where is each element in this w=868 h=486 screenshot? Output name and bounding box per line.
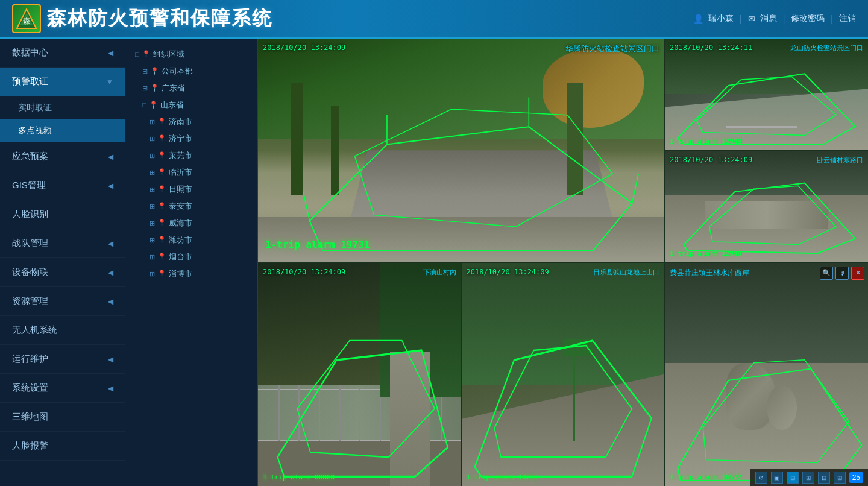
sidebar-item-gis[interactable]: GIS管理 ◀ (0, 171, 125, 200)
sidebar-label-face-alarm: 人脸报警 (12, 440, 48, 452)
sidebar-item-device[interactable]: 设备物联 ◀ (0, 258, 125, 287)
bottom-mid-cell[interactable]: 2018/10/20 13:24:09 日乐县弧山龙地上山口 1-trip al… (462, 263, 665, 487)
username[interactable]: 瑞小森 (708, 13, 734, 24)
layout-2-btn[interactable]: ⊟ (787, 472, 799, 484)
right-top-cell[interactable]: 2018/10/20 13:24:11 龙山防火检查站景区门口 1-trip a… (665, 39, 868, 150)
bottom-left-cell[interactable]: 2018/10/20 13:24:09 下演山村内 1-trip alarm 0… (258, 263, 461, 487)
right-top-alarm: 1-trip alarm 12940 (670, 137, 741, 145)
tree-panel: □ 📍 组织区域 ⊞ 📍 公司本部 ⊞ 📍 广东省 □ 📍 山东省 ⊞ (125, 39, 258, 486)
layout-1-btn[interactable]: ▣ (771, 472, 783, 484)
logout-link[interactable]: 注销 (839, 13, 856, 24)
zoom-in-btn[interactable]: 🔍 (820, 267, 833, 280)
change-pwd-link[interactable]: 修改密码 (791, 13, 825, 24)
user-icon: 👤 (693, 14, 703, 24)
arrow-icon-emergency: ◀ (108, 153, 113, 161)
right-top-label: 龙山防火检查站景区门口 (790, 43, 863, 52)
tree-rizhao[interactable]: ⊞ 📍 日照市 (125, 181, 257, 198)
sidebar-sub-label-realtime: 实时取证 (18, 103, 52, 113)
tree-guangdong[interactable]: ⊞ 📍 广东省 (125, 80, 257, 96)
tree-jining[interactable]: ⊞ 📍 济宁市 (125, 130, 257, 147)
svg-marker-9 (278, 350, 448, 476)
tree-yantai[interactable]: ⊞ 📍 烟台市 (125, 248, 257, 265)
sidebar-label-alert-collect: 预警取证 (12, 76, 48, 87)
main-label: 华腾防火站检查站景区门口 (565, 43, 659, 54)
sidebar-label-resource: 资源管理 (12, 295, 48, 307)
right-bottom-alarm: 1-trip alarm 16572 (670, 473, 741, 481)
sidebar-item-3dmap[interactable]: 三维地图 (0, 403, 125, 432)
refresh-btn[interactable]: ↺ (755, 472, 767, 484)
tree-root[interactable]: □ 📍 组织区域 (125, 46, 257, 63)
tree-jinan[interactable]: ⊞ 📍 济南市 (125, 113, 257, 130)
tree-laiwu[interactable]: ⊞ 📍 莱芜市 (125, 147, 257, 164)
sidebar-item-resource[interactable]: 资源管理 ◀ (0, 287, 125, 316)
right-mid-top-label: 卧云铺村东路口 (817, 156, 863, 165)
sidebar-item-team[interactable]: 战队管理 ◀ (0, 229, 125, 258)
svg-text:森: 森 (23, 17, 30, 25)
sidebar-label-team: 战队管理 (12, 238, 48, 249)
sidebar-sub-label-multi-video: 多点视频 (18, 125, 52, 136)
bottom-left-label: 下演山村内 (423, 268, 456, 277)
sidebar-item-data-center[interactable]: 数据中心 ◀ (0, 39, 125, 68)
main-alarm: 1-trip alarm 19731 (265, 239, 370, 250)
sidebar-sub-multi-video[interactable]: 多点视频 (0, 119, 125, 142)
close-cam-btn[interactable]: ✕ (851, 267, 864, 280)
right-top-timestamp: 2018/10/20 13:24:11 (670, 43, 752, 52)
bottom-left-alarm: 1-trip alarm 08868 (263, 473, 335, 481)
sidebar: 数据中心 ◀ 预警取证 ▼ 实时取证 多点视频 应急预案 ◀ GIS管理 ◀ 人… (0, 39, 125, 486)
content-area: □ 📍 组织区域 ⊞ 📍 公司本部 ⊞ 📍 广东省 □ 📍 山东省 ⊞ (125, 39, 868, 486)
svg-marker-15 (684, 183, 855, 253)
layout-5-btn[interactable]: ⊞ (834, 472, 846, 484)
right-mid-top-alarm: 1-trip alarm 12940 (670, 250, 741, 257)
tree-company[interactable]: ⊞ 📍 公司本部 (125, 63, 257, 80)
sidebar-label-3dmap: 三维地图 (12, 411, 48, 423)
tree-weihai[interactable]: ⊞ 📍 威海市 (125, 215, 257, 232)
tree-taian[interactable]: ⊞ 📍 泰安市 (125, 198, 257, 215)
svg-marker-10 (297, 340, 435, 456)
sidebar-label-face-id: 人脸识别 (12, 209, 48, 220)
mic-btn[interactable]: 🎙 (835, 267, 849, 280)
main-video-cell[interactable]: 2018/10/20 13:24:09 华腾防火站检查站景区门口 1-trip … (258, 39, 664, 262)
main-layout: 数据中心 ◀ 预警取证 ▼ 实时取证 多点视频 应急预案 ◀ GIS管理 ◀ 人… (0, 39, 868, 486)
tree-weifang[interactable]: ⊞ 📍 潍坊市 (125, 232, 257, 248)
sidebar-item-ops[interactable]: 运行维护 ◀ (0, 345, 125, 374)
sidebar-item-settings[interactable]: 系统设置 ◀ (0, 374, 125, 403)
svg-marker-11 (474, 340, 651, 476)
tree-linyi[interactable]: ⊞ 📍 临沂市 (125, 164, 257, 181)
sidebar-item-face-alarm[interactable]: 人脸报警 (0, 432, 125, 461)
bottom-videos: 2018/10/20 13:24:09 下演山村内 1-trip alarm 0… (258, 263, 664, 487)
sidebar-item-alert-collect[interactable]: 预警取证 ▼ (0, 68, 125, 96)
header-right: 👤 瑞小森 | ✉ 消息 | 修改密码 | 注销 (693, 13, 856, 24)
video-count: 25 (849, 472, 863, 483)
tree-zibo[interactable]: ⊞ 📍 淄博市 (125, 265, 257, 282)
sidebar-sub-realtime[interactable]: 实时取证 (0, 96, 125, 119)
svg-line-8 (303, 192, 310, 221)
right-mid-top-cell[interactable]: 2018/10/20 13:24:09 卧云铺村东路口 1-trip alarm… (665, 151, 868, 262)
right-bottom-cell[interactable]: 费县薛庄镇王林水库西岸 1-trip alarm 16572 🔍 🎙 ✕ (665, 263, 868, 487)
sidebar-label-emergency: 应急预案 (12, 151, 48, 162)
video-grid: 2018/10/20 13:24:09 华腾防火站检查站景区门口 1-trip … (258, 39, 868, 486)
right-videos: 2018/10/20 13:24:11 龙山防火检查站景区门口 1-trip a… (665, 39, 868, 486)
sidebar-item-face-id[interactable]: 人脸识别 (0, 200, 125, 229)
header-title: 森林防火预警和保障系统 (47, 5, 272, 32)
sidebar-label-ops: 运行维护 (12, 353, 48, 365)
sidebar-label-settings: 系统设置 (12, 382, 48, 394)
right-bottom-label: 费县薛庄镇王林水库西岸 (670, 268, 820, 278)
msg-link[interactable]: 消息 (760, 13, 777, 24)
video-toolbar: ↺ ▣ ⊟ ⊞ ⊟ ⊞ 25 (750, 469, 868, 486)
main-timestamp: 2018/10/20 13:24:09 (263, 43, 345, 52)
arrow-icon-resource: ◀ (108, 297, 113, 306)
sidebar-item-emergency[interactable]: 应急预案 ◀ (0, 142, 125, 171)
tree-shandong[interactable]: □ 📍 山东省 (125, 96, 257, 113)
layout-3-btn[interactable]: ⊞ (802, 472, 814, 484)
arrow-icon-team: ◀ (108, 239, 113, 248)
sidebar-item-uav[interactable]: 无人机系统 (0, 316, 125, 345)
bottom-mid-label: 日乐县弧山龙地上山口 (593, 268, 659, 277)
header: 森 森林防火预警和保障系统 👤 瑞小森 | ✉ 消息 | 修改密码 | 注销 (0, 0, 868, 39)
layout-4-btn[interactable]: ⊟ (818, 472, 830, 484)
svg-marker-3 (310, 127, 632, 250)
svg-marker-12 (494, 345, 632, 456)
sidebar-label-device: 设备物联 (12, 267, 48, 278)
sidebar-label-gis: GIS管理 (12, 180, 46, 191)
msg-icon: ✉ (748, 14, 755, 24)
header-logo: 森 (12, 4, 41, 33)
